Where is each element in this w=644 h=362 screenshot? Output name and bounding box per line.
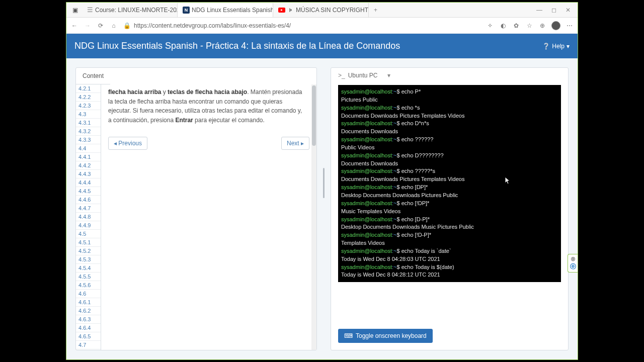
url-field[interactable]: 🔒 https://content.netdevgroup.com/labs/l… [123,22,481,30]
toc-item[interactable]: 4.4.5 [76,187,101,196]
new-tab-button[interactable]: + [369,7,382,14]
toc-item[interactable]: 4.3 [76,110,101,119]
toc-item[interactable]: 4.5.4 [76,264,101,273]
collections-icon[interactable]: ⊕ [538,22,546,30]
toc-item[interactable]: 4.5.2 [76,247,101,255]
url-text: https://content.netdevgroup.com/labs/lin… [134,22,291,29]
toc-item[interactable]: 4.6 [76,290,101,298]
help-menu[interactable]: ❔ Help ▾ [542,43,570,50]
reader-icon[interactable]: ◐ [499,22,507,30]
toc-item[interactable]: 4.6.1 [76,298,101,307]
terminal-tab[interactable]: >_ Ubuntu PC ▾ [331,68,568,83]
help-icon: ❔ [542,43,550,50]
toc-item[interactable]: 4.5.5 [76,273,101,281]
toc-item[interactable]: 4.6.5 [76,332,101,341]
tab-youtube[interactable]: 🕨 MÚSICA SIN COPYRIGHT 2 × [273,3,369,17]
toc-item[interactable]: 4.5.1 [76,238,101,247]
widget-e-icon[interactable]: ⓔ [569,262,577,271]
favorites-icon[interactable]: ☆ [525,22,533,30]
youtube-icon [278,7,285,14]
chevron-down-icon: ▾ [567,43,570,50]
maximize-icon[interactable]: ◻ [551,7,556,14]
previous-button[interactable]: ◂ Previous [108,137,147,150]
toc-item[interactable]: 4.4.9 [76,221,101,230]
toc-item[interactable]: 4.2.1 [76,84,101,93]
toc-item[interactable]: 4.4.1 [76,153,101,161]
close-window-icon[interactable]: ✕ [566,7,571,14]
toc-item[interactable]: 4.3.1 [76,119,101,127]
toc-item[interactable]: 4.4.2 [76,161,101,170]
side-widget[interactable]: ⊗ ⓔ [568,254,578,273]
mute-icon: 🕨 [287,6,294,14]
toc-item[interactable]: 4.4.3 [76,170,101,178]
tab-ndg[interactable]: N NDG Linux Essentials Spanish - × [178,3,273,17]
lesson-body: flecha hacia arriba y teclas de flecha h… [101,84,316,350]
page-header: NDG Linux Essentials Spanish - Práctica … [66,34,578,58]
terminal-icon: >_ [338,72,345,79]
toc-item[interactable]: 4.5 [76,230,101,238]
toc-item[interactable]: 4.3.3 [76,136,101,144]
toc-item[interactable]: 4.7 [76,341,101,349]
toc-item[interactable]: 4.4.6 [76,196,101,204]
toc-item[interactable]: 4.4.4 [76,178,101,187]
widget-close-icon[interactable]: ⊗ [569,255,577,262]
toc-item[interactable]: 4.4 [76,144,101,153]
reload-icon[interactable]: ⟳ [97,22,105,30]
ndg-icon: N [183,7,190,14]
tab-label: Course: LINUXE-MNORTE-2021 [95,7,178,14]
tab-course[interactable]: ☰ Course: LINUXE-MNORTE-2021 × [82,3,178,17]
toc-item[interactable]: 4.6.2 [76,307,101,315]
scrollbar[interactable] [311,84,316,350]
minimize-icon[interactable]: — [536,7,542,14]
address-bar: ← → ⟳ ⌂ 🔒 https://content.netdevgroup.co… [66,18,578,34]
toc-item[interactable]: 4.4.7 [76,204,101,213]
toggle-keyboard-button[interactable]: ⌨ Toggle onscreen keyboard [338,329,433,343]
menu-icon[interactable]: ⋯ [566,22,574,30]
toc-item[interactable]: 4.2.3 [76,102,101,110]
chevron-down-icon: ▾ [387,72,390,79]
tab-label: NDG Linux Essentials Spanish - [192,7,273,14]
toc-item[interactable]: 4.5.3 [76,255,101,264]
keyboard-icon: ⌨ [344,332,353,339]
home-icon[interactable]: ⌂ [110,22,118,30]
toc-item[interactable]: 4.7.1 [76,349,101,350]
browser-tabbar: ▣ ☰ Course: LINUXE-MNORTE-2021 × N NDG L… [66,3,578,18]
back-icon[interactable]: ← [70,22,78,30]
tabs-overview-icon[interactable]: ▣ [72,7,78,14]
content-tab[interactable]: Content [76,68,110,84]
toc-item[interactable]: 4.2.2 [76,93,101,102]
terminal-output[interactable]: sysadmin@localhost:~$ echo P* Pictures P… [338,85,561,282]
toc-item[interactable]: 4.6.3 [76,315,101,324]
profile-avatar[interactable] [551,21,560,30]
star-sparkle-icon[interactable]: ✧ [486,22,494,30]
lesson-text: flecha hacia arriba y teclas de flecha h… [108,87,309,125]
page-title: NDG Linux Essentials Spanish - Práctica … [74,41,400,51]
content-panel: Content 4.2.14.2.24.2.34.34.3.14.3.24.3.… [75,67,317,350]
terminal-panel: >_ Ubuntu PC ▾ sysadmin@localhost:~$ ech… [331,67,569,350]
toc-item[interactable]: 4.6.4 [76,324,101,332]
next-button[interactable]: Next ▸ [281,137,309,150]
toc-item[interactable]: 4.5.6 [76,281,101,290]
toc-item[interactable]: 4.3.2 [76,127,101,136]
toc-list[interactable]: 4.2.14.2.24.2.34.34.3.14.3.24.3.34.44.4.… [76,84,101,350]
page-icon: ☰ [87,7,93,14]
panel-divider[interactable] [323,67,325,350]
tab-label: MÚSICA SIN COPYRIGHT 2 [296,7,369,14]
lock-icon: 🔒 [123,22,131,30]
forward-icon[interactable]: → [84,22,92,30]
extensions-icon[interactable]: ✿ [512,22,520,30]
toc-item[interactable]: 4.4.8 [76,213,101,221]
